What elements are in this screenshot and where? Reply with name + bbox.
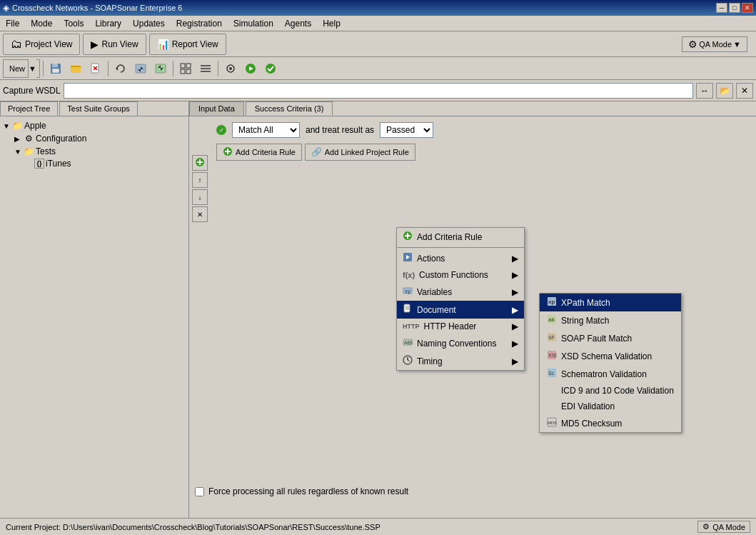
export-button[interactable] [151,59,170,78]
menu-mode[interactable]: Mode [25,17,58,30]
add-criteria-rule-button[interactable]: Add Criteria Rule [216,144,302,161]
wsdl-open-button[interactable]: 📂 [716,83,733,99]
dropdown-timing[interactable]: Timing ▶ [397,352,524,370]
left-side-buttons: ↑ ↓ ✕ [189,152,211,225]
new-button[interactable]: New ▼ [3,59,40,78]
close-button[interactable]: ✕ [742,3,753,13]
project-tree-tab[interactable]: Project Tree [0,101,58,116]
expand-icon[interactable]: ▼ [3,122,10,130]
report-view-button[interactable]: 📊 Report View [149,34,226,55]
tree-tabs: Project Tree Test Suite Groups [0,101,188,116]
right-panel: Input Data Success Criteria (3) ↑ ↓ ✕ ✓ … [189,101,756,518]
icd-validation-label: ICD 9 and 10 Code Validation [561,386,674,396]
svg-text:XSD: XSD [548,353,557,358]
menu-custom-functions-label: Custom Functions [419,270,488,280]
passed-select[interactable]: Passed Failed Warning [380,122,433,138]
menu-doc-icon [403,304,413,316]
match-select[interactable]: Match All Match Any Match None [232,122,300,138]
menu-tools[interactable]: Tools [58,17,89,30]
tree-label-tests: Tests [36,146,56,156]
run-view-icon: ▶ [91,39,99,50]
menu-library[interactable]: Library [89,17,127,30]
add-linked-project-rule-button[interactable]: 🔗 Add Linked Project Rule [305,144,415,161]
submenu-icd-validation[interactable]: ICD 9 and 10 Code Validation [540,383,681,399]
svg-marker-8 [116,66,118,71]
input-data-tab[interactable]: Input Data [189,101,244,116]
play-icon [245,63,256,74]
menu-simulation[interactable]: Simulation [228,17,279,30]
tree-item-tests[interactable]: ▼ 📁 Tests [14,145,186,158]
status-text: Current Project: D:\Users\ivan\Documents… [6,523,380,531]
project-view-button[interactable]: 🗂 Project View [3,34,80,55]
submenu-soap-fault-match[interactable]: SF SOAP Fault Match [540,329,681,347]
settings-button[interactable] [221,59,240,78]
side-delete-button[interactable]: ✕ [192,206,208,222]
menu-help[interactable]: Help [317,17,346,30]
xsd-icon: XSD [547,350,557,362]
submenu-schematron[interactable]: Sc Schematron Validation [540,365,681,383]
dropdown-http-header[interactable]: HTTP HTTP Header ▶ [397,319,524,334]
new-dropdown-arrow[interactable]: ▼ [28,59,36,78]
string-match-icon: ab [547,314,557,326]
grid-button[interactable] [176,59,195,78]
title-bar-controls[interactable]: ─ □ ✕ [716,3,753,13]
qa-mode-button[interactable]: ⚙ QA Mode ▼ [682,36,747,52]
status-qa-mode[interactable]: ⚙ QA Mode [697,521,750,533]
submenu-xpath-match[interactable]: xp XPath Match [540,294,681,311]
menu-file[interactable]: File [0,17,25,30]
submenu-xsd-schema[interactable]: XSD XSD Schema Validation [540,347,681,365]
side-up-button[interactable]: ↑ [192,172,208,188]
play-button[interactable] [241,59,260,78]
force-processing-checkbox[interactable] [195,487,204,496]
save-button[interactable] [46,59,65,78]
tree-label-apple: Apple [24,121,46,131]
main-toolbar: New ▼ [0,57,756,80]
menu-separator-1 [397,247,524,248]
list-button[interactable] [196,59,215,78]
dropdown-naming-conventions[interactable]: ABC Naming Conventions ▶ [397,334,524,352]
wsdl-input[interactable] [64,83,693,99]
variables-arrow-icon: ▶ [512,287,518,297]
menu-agents[interactable]: Agents [279,17,317,30]
timing-arrow-icon: ▶ [512,356,518,366]
menu-var-icon: xy [403,286,413,298]
tree-item-itunes[interactable]: ▶ {} iTunes [26,158,186,169]
md5-icon: MD5 [547,417,557,429]
close-doc-button[interactable] [86,59,105,78]
dropdown-add-criteria[interactable]: Add Criteria Rule [397,228,524,246]
menu-updates[interactable]: Updates [127,17,171,30]
wsdl-capture-button[interactable]: ↔ [696,83,713,99]
menu-http-header-label: HTTP Header [424,321,477,331]
run-view-button[interactable]: ▶ Run View [83,34,146,55]
naming-conventions-arrow-icon: ▶ [512,339,518,349]
expand-config-icon[interactable]: ▶ [14,135,21,143]
expand-tests-icon[interactable]: ▼ [14,148,21,156]
submenu-string-match[interactable]: ab String Match [540,311,681,329]
minimize-button[interactable]: ─ [716,3,727,13]
open-icon [70,63,81,74]
menu-registration[interactable]: Registration [171,17,228,30]
svg-line-46 [408,360,410,361]
maximize-button[interactable]: □ [729,3,740,13]
edi-validation-label: EDI Validation [561,401,615,411]
submenu-md5-checksum[interactable]: MD5 MD5 Checksum [540,414,681,432]
refresh-button[interactable] [111,59,130,78]
submenu-edi-validation[interactable]: EDI Validation [540,399,681,414]
side-down-button[interactable]: ↓ [192,189,208,205]
test-suite-groups-tab[interactable]: Test Suite Groups [59,101,137,116]
svg-rect-4 [71,67,81,73]
wsdl-clear-button[interactable]: ✕ [736,83,753,99]
dropdown-variables[interactable]: xy Variables ▶ [397,283,524,301]
add-criteria-row: Add Criteria Rule 🔗 Add Linked Project R… [216,144,750,161]
dropdown-document[interactable]: Document ▶ [397,301,524,319]
success-criteria-tab[interactable]: Success Criteria (3) [246,101,333,116]
tree-item-apple[interactable]: ▼ 📁 Apple [3,119,186,132]
tree-item-configuration[interactable]: ▶ ⚙ Configuration [14,132,186,145]
import-button[interactable] [131,59,150,78]
open-button[interactable] [66,59,85,78]
grid-icon [180,63,191,74]
side-add-button[interactable] [192,155,208,171]
dropdown-actions[interactable]: Actions ▶ [397,249,524,267]
dropdown-custom-functions[interactable]: f(x) Custom Functions ▶ [397,267,524,283]
check-button[interactable] [261,59,280,78]
